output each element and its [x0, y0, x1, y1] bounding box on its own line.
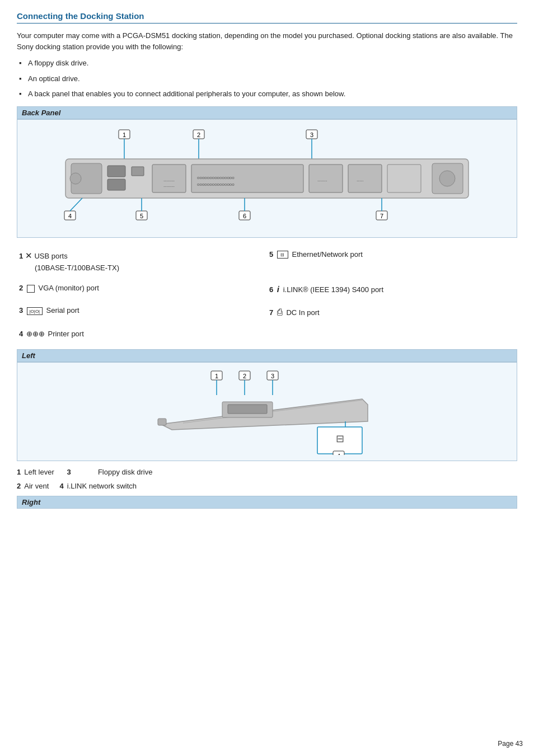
- port-empty: [267, 324, 517, 345]
- svg-point-11: [70, 173, 81, 184]
- intro-text: Your computer may come with a PCGA-DSM51…: [17, 30, 517, 52]
- svg-text:2: 2: [197, 132, 200, 138]
- back-panel-svg: 1 2 3 ........ ........: [23, 125, 511, 232]
- port-5-label: 5 ⊟ Ethernet/Network port: [267, 245, 517, 279]
- port-2-label: 2 VGA (monitor) port: [17, 278, 267, 300]
- left-num-4: 4: [60, 482, 64, 490]
- left-label-row-1: 1 Left lever 3 Floppy disk drive: [17, 468, 517, 476]
- port-5-number: 5: [269, 250, 273, 259]
- svg-text:⊟: ⊟: [336, 433, 344, 444]
- svg-text:........: ........: [163, 177, 175, 182]
- port-1-sub: (10BASE-T/100BASE-TX): [19, 264, 119, 272]
- port-1-label: 1 ✕ USB ports (10BASE-T/100BASE-TX): [17, 245, 267, 279]
- svg-rect-14: [132, 167, 144, 176]
- port-7-text: DC In port: [286, 308, 319, 317]
- left-label-1: Left lever: [24, 468, 54, 476]
- vga-icon: [27, 285, 35, 293]
- left-num-2: 2: [17, 482, 21, 490]
- back-panel-diagram-area: 1 2 3 ........ ........: [17, 119, 517, 238]
- svg-text:5: 5: [140, 213, 143, 219]
- port-4-label: 4 ⊕⊕⊕ Printer port: [17, 324, 267, 345]
- svg-rect-13: [107, 179, 125, 190]
- bullet-2: An optical drive.: [17, 73, 517, 84]
- left-panel-svg: 1 2 3 ⊟: [23, 368, 511, 455]
- port-6-number: 6: [269, 285, 273, 294]
- port-5-text: Ethernet/Network port: [292, 250, 362, 259]
- port-7-label: 7 ⎙ DC In port: [267, 300, 517, 324]
- port-3-text: Serial port: [46, 306, 79, 314]
- svg-text:........: ........: [163, 182, 175, 188]
- port-1-number: 1: [19, 252, 23, 260]
- svg-text:6: 6: [243, 213, 246, 219]
- svg-rect-25: [387, 165, 421, 192]
- port-3-number: 3: [19, 306, 23, 314]
- eth-icon: ⊟: [277, 251, 288, 259]
- feature-list: A floppy disk drive. An optical drive. A…: [17, 58, 517, 100]
- svg-text:7: 7: [380, 213, 383, 219]
- left-label-row-2: 2 Air vent 4 i.LINK network switch: [17, 482, 517, 490]
- ilink-icon: i: [277, 284, 279, 294]
- svg-point-27: [439, 171, 455, 186]
- back-panel-header: Back Panel: [17, 106, 517, 119]
- svg-text:1: 1: [123, 132, 126, 138]
- page-title: Connecting the Docking Station: [17, 11, 517, 24]
- svg-text:4: 4: [68, 213, 72, 219]
- svg-text:1: 1: [215, 373, 218, 379]
- port-6-label: 6 i i.LINK® (IEEE 1394) S400 port: [267, 278, 517, 300]
- port-4-number: 4: [19, 330, 23, 338]
- printer-icon: ⎙: [277, 307, 283, 317]
- port-2-text: VGA (monitor) port: [38, 284, 99, 292]
- svg-rect-23: [348, 165, 382, 192]
- port-labels: 1 ✕ USB ports (10BASE-T/100BASE-TX) 5 ⊟ …: [17, 245, 517, 345]
- dc-icon: ⊕⊕⊕: [26, 330, 45, 338]
- left-label-4: i.LINK network switch: [67, 482, 137, 490]
- port-3-label: 3 |O|O| Serial port: [17, 300, 267, 324]
- left-panel-header: Left: [17, 349, 517, 362]
- svg-text:3: 3: [271, 373, 274, 379]
- svg-text:3: 3: [310, 132, 313, 138]
- right-panel-header: Right: [17, 496, 517, 509]
- svg-text:4: 4: [337, 453, 340, 455]
- port-4-text: Printer port: [48, 330, 83, 338]
- port-6-text: i.LINK® (IEEE 1394) S400 port: [283, 285, 383, 294]
- left-label-2: Air vent: [24, 482, 49, 490]
- svg-text:.......: .......: [317, 177, 327, 182]
- svg-text:.....: .....: [357, 177, 364, 182]
- svg-text:ooooooooooooooo: ooooooooooooooo: [197, 182, 235, 187]
- svg-rect-51: [158, 419, 166, 425]
- svg-line-36: [70, 198, 82, 211]
- port-2-number: 2: [19, 284, 23, 292]
- bullet-3: A back panel that enables you to connect…: [17, 88, 517, 100]
- left-labels: 1 Left lever 3 Floppy disk drive 2 Air v…: [17, 468, 517, 490]
- page-number: Page 43: [498, 740, 523, 748]
- svg-text:ooooooooooooooo: ooooooooooooooo: [197, 175, 235, 180]
- svg-text:2: 2: [243, 373, 246, 379]
- left-label-3: Floppy disk drive: [98, 468, 153, 476]
- serial-icon: |O|O|: [27, 307, 43, 315]
- left-panel-diagram: 1 2 3 ⊟: [17, 362, 517, 461]
- usb-icon: ✕: [25, 251, 32, 260]
- bullet-1: A floppy disk drive.: [17, 58, 517, 69]
- svg-rect-12: [107, 166, 125, 177]
- left-num-3: 3: [67, 468, 71, 476]
- svg-rect-53: [228, 405, 267, 414]
- port-7-number: 7: [269, 308, 273, 317]
- port-1-text: USB ports: [34, 252, 67, 260]
- left-num-1: 1: [17, 468, 21, 476]
